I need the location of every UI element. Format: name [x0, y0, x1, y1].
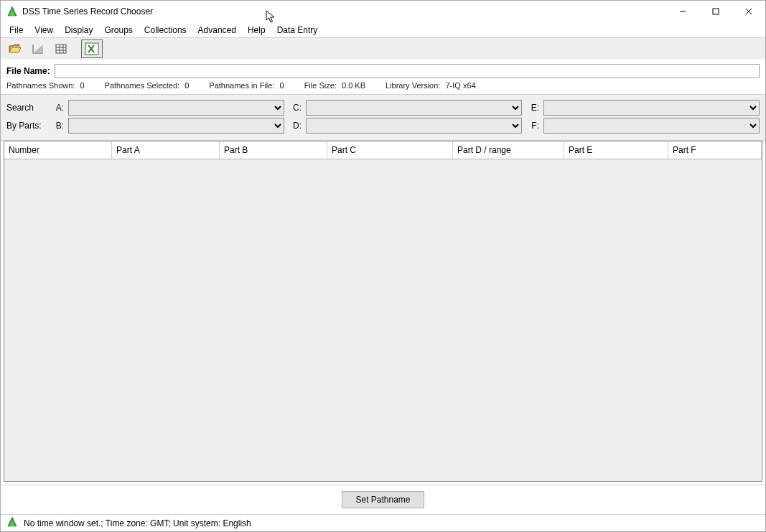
minimize-button[interactable]	[666, 1, 699, 22]
filename-input[interactable]	[55, 64, 760, 78]
open-file-button[interactable]	[5, 40, 25, 57]
menu-view[interactable]: View	[29, 24, 59, 37]
set-pathname-button[interactable]: Set Pathname	[342, 491, 424, 508]
col-part-c[interactable]: Part C	[327, 141, 453, 159]
part-c-label: C:	[289, 103, 302, 113]
filename-label: File Name:	[6, 66, 50, 76]
col-part-f[interactable]: Part F	[668, 141, 762, 159]
button-row: Set Pathname	[1, 485, 765, 514]
part-e-label: E:	[526, 103, 539, 113]
menu-data-entry[interactable]: Data Entry	[271, 24, 324, 37]
window-title: DSS Time Series Record Chooser	[22, 6, 153, 17]
table-header: Number Part A Part B Part C Part D / ran…	[4, 141, 762, 159]
svg-rect-1	[713, 9, 719, 14]
menu-file[interactable]: File	[4, 24, 29, 37]
menu-bar: File View Display Groups Collections Adv…	[1, 22, 765, 38]
stat-shown: Pathnames Shown: 0	[6, 81, 85, 90]
col-number[interactable]: Number	[4, 141, 112, 159]
part-c-select[interactable]	[306, 100, 522, 116]
toolbar	[1, 38, 765, 60]
part-b-label: B:	[51, 121, 64, 131]
plot-button[interactable]	[28, 40, 48, 57]
table-body[interactable]	[4, 159, 762, 481]
part-e-select[interactable]	[543, 100, 760, 116]
table-button[interactable]	[51, 40, 71, 57]
col-part-e[interactable]: Part E	[564, 141, 668, 159]
menu-advanced[interactable]: Advanced	[192, 24, 242, 37]
app-icon	[6, 6, 18, 17]
part-f-select[interactable]	[543, 118, 760, 134]
menu-collections[interactable]: Collections	[139, 24, 192, 37]
status-text: No time window set.; Time zone: GMT; Uni…	[24, 518, 251, 528]
search-label-1: Search	[6, 103, 47, 113]
col-part-b[interactable]: Part B	[220, 141, 327, 159]
stat-filesize: File Size: 0.0 KB	[304, 81, 365, 90]
pathnames-table: Number Part A Part B Part C Part D / ran…	[4, 141, 762, 482]
title-bar: DSS Time Series Record Chooser	[1, 1, 765, 22]
part-b-select[interactable]	[68, 118, 284, 134]
stat-selected: Pathnames Selected: 0	[105, 81, 190, 90]
part-d-select[interactable]	[306, 118, 522, 134]
part-a-label: A:	[51, 103, 64, 113]
search-by-parts: Search A: C: E: By Parts: B: D: F:	[1, 94, 765, 141]
part-f-label: F:	[526, 121, 539, 131]
search-label-2: By Parts:	[6, 121, 47, 131]
stats-row: Pathnames Shown: 0 Pathnames Selected: 0…	[1, 81, 765, 94]
stat-libversion: Library Version: 7-IQ x64	[386, 81, 476, 90]
menu-groups[interactable]: Groups	[99, 24, 139, 37]
filename-row: File Name:	[1, 60, 765, 81]
col-part-d[interactable]: Part D / range	[453, 141, 564, 159]
svg-rect-6	[56, 45, 66, 53]
col-part-a[interactable]: Part A	[112, 141, 220, 159]
excel-export-button[interactable]	[81, 39, 103, 58]
part-a-select[interactable]	[68, 100, 284, 116]
menu-help[interactable]: Help	[242, 24, 271, 37]
status-icon	[6, 516, 18, 530]
maximize-button[interactable]	[699, 1, 732, 22]
status-bar: No time window set.; Time zone: GMT; Uni…	[1, 514, 765, 531]
stat-infile: Pathnames in File: 0	[209, 81, 284, 90]
close-button[interactable]	[732, 1, 765, 22]
menu-display[interactable]: Display	[59, 24, 98, 37]
part-d-label: D:	[289, 121, 302, 131]
